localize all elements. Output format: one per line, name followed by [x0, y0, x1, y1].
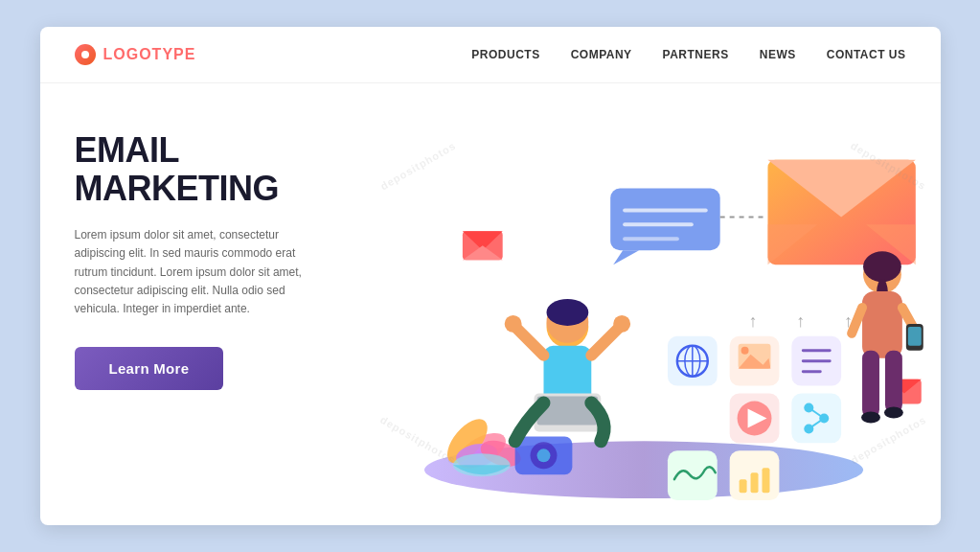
illustration-svg: ↑ ↑ ↑ — [366, 83, 941, 522]
nav: PRODUCTS COMPANY PARTNERS NEWS CONTACT U… — [471, 48, 905, 61]
svg-text:↑: ↑ — [796, 311, 805, 331]
main-content: EMAIL MARKETING Lorem ipsum dolor sit am… — [40, 83, 941, 522]
svg-rect-67 — [862, 291, 902, 358]
svg-point-18 — [613, 315, 630, 333]
nav-contact[interactable]: CONTACT US — [827, 48, 906, 61]
svg-line-16 — [591, 327, 620, 356]
logo-icon — [75, 44, 96, 65]
svg-rect-68 — [862, 351, 879, 418]
logo: LOGOTYPE — [75, 44, 196, 65]
hero-title: EMAIL MARKETING — [75, 131, 331, 207]
svg-rect-60 — [750, 472, 758, 493]
svg-point-65 — [863, 251, 901, 282]
nav-news[interactable]: NEWS — [760, 48, 796, 61]
hero-description: Lorem ipsum dolor sit amet, consectetur … — [75, 226, 331, 318]
svg-line-15 — [514, 327, 543, 356]
main-card: LOGOTYPE PRODUCTS COMPANY PARTNERS NEWS … — [40, 27, 941, 525]
svg-text:↑: ↑ — [748, 311, 757, 331]
illustration-area: ↑ ↑ ↑ — [366, 83, 941, 522]
header: LOGOTYPE PRODUCTS COMPANY PARTNERS NEWS … — [40, 27, 941, 83]
svg-rect-61 — [762, 468, 769, 493]
svg-rect-75 — [907, 327, 921, 346]
svg-line-73 — [852, 308, 862, 334]
svg-rect-22 — [610, 189, 720, 251]
svg-point-42 — [741, 347, 748, 355]
nav-partners[interactable]: PARTNERS — [663, 48, 729, 61]
left-panel: EMAIL MARKETING Lorem ipsum dolor sit am… — [40, 83, 366, 522]
svg-point-17 — [504, 315, 521, 333]
svg-point-70 — [861, 412, 880, 424]
svg-rect-59 — [739, 479, 746, 493]
svg-point-8 — [536, 448, 550, 462]
logo-text: LOGOTYPE — [103, 46, 196, 63]
nav-company[interactable]: COMPANY — [571, 48, 632, 61]
svg-rect-57 — [667, 450, 717, 500]
svg-marker-23 — [613, 250, 639, 264]
nav-products[interactable]: PRODUCTS — [471, 48, 539, 61]
svg-rect-69 — [884, 351, 901, 413]
svg-point-71 — [883, 407, 902, 419]
learn-more-button[interactable]: Learn More — [75, 347, 224, 390]
svg-rect-51 — [791, 394, 841, 444]
svg-point-11 — [546, 299, 588, 326]
